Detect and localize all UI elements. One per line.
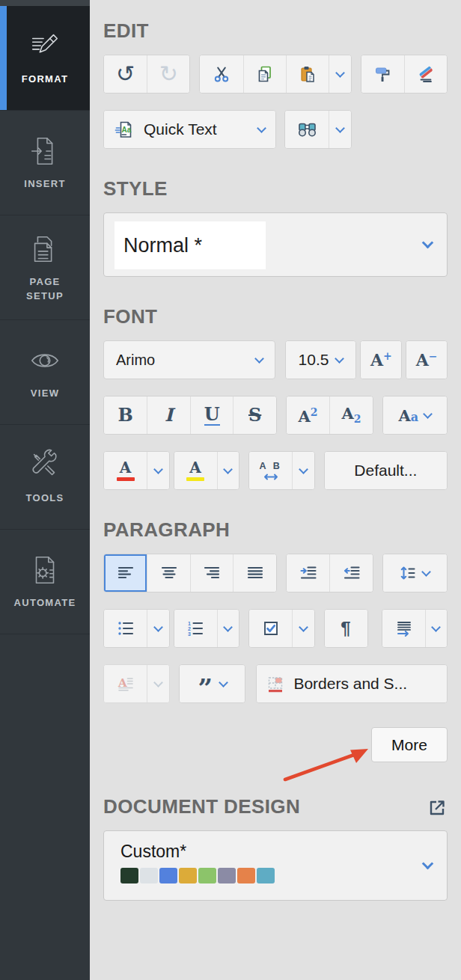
- chevron-down-icon: [219, 678, 228, 687]
- default-font-button[interactable]: Default...: [325, 452, 447, 489]
- theme-color-swatch: [120, 868, 138, 883]
- align-left-button[interactable]: [104, 554, 147, 592]
- text-direction-dropdown[interactable]: [425, 610, 448, 647]
- current-style-value: Normal *: [123, 234, 202, 257]
- bullet-list-dropdown[interactable]: [147, 610, 169, 647]
- tools-icon: [28, 448, 62, 483]
- more-button[interactable]: More: [371, 727, 448, 762]
- subscript-button[interactable]: A2: [329, 396, 372, 434]
- align-right-button[interactable]: [190, 554, 233, 592]
- redo-button[interactable]: ↻: [147, 55, 189, 93]
- chevron-down-icon: [299, 622, 308, 632]
- font-section-title: FONT: [103, 305, 448, 328]
- paragraph-section-title: PARAGRAPH: [103, 518, 448, 542]
- cut-button[interactable]: [200, 55, 242, 93]
- quick-text-button[interactable]: Aa Quick Text: [104, 111, 275, 148]
- undo-button[interactable]: ↺: [104, 55, 147, 93]
- find-options-dropdown[interactable]: [329, 111, 351, 148]
- theme-color-swatch: [237, 868, 255, 883]
- font-family-select[interactable]: Arimo: [103, 340, 275, 379]
- highlight-color-dropdown[interactable]: [217, 452, 239, 489]
- highlight-color-button[interactable]: A: [174, 452, 217, 489]
- document-design-header: DOCUMENT DESIGN: [103, 795, 448, 818]
- chevron-down-icon: [335, 123, 345, 133]
- external-link-icon: [427, 797, 448, 818]
- font-family-value: Arimo: [116, 352, 155, 369]
- svg-text:1: 1: [188, 621, 191, 626]
- sidebar-item-page-setup[interactable]: PAGE SETUP: [0, 215, 90, 320]
- font-color-dropdown[interactable]: [147, 452, 169, 489]
- clear-format-button[interactable]: [404, 55, 447, 93]
- sidebar-item-format[interactable]: FORMAT: [0, 6, 90, 111]
- chevron-down-icon: [257, 123, 266, 133]
- checklist-dropdown[interactable]: [292, 610, 314, 647]
- quick-text-icon: Aa: [115, 120, 135, 140]
- drop-cap-dropdown[interactable]: [147, 665, 169, 702]
- sidebar-top-strip: [0, 0, 90, 6]
- paragraph-style-select[interactable]: Normal *: [103, 212, 448, 277]
- text-direction-button[interactable]: [382, 610, 425, 647]
- find-replace-button[interactable]: [285, 111, 329, 148]
- bold-button[interactable]: B: [104, 396, 147, 434]
- justify-button[interactable]: [233, 554, 275, 592]
- change-case-button[interactable]: Aa: [383, 396, 447, 434]
- document-design-title: DOCUMENT DESIGN: [103, 795, 300, 818]
- line-spacing-button[interactable]: [383, 554, 447, 592]
- sidebar-item-insert[interactable]: INSERT: [0, 111, 90, 215]
- drop-cap-button[interactable]: A: [104, 665, 147, 702]
- copy-icon: [256, 65, 274, 83]
- italic-button[interactable]: I: [147, 396, 189, 434]
- increase-indent-button[interactable]: [287, 554, 329, 592]
- numbered-list-dropdown[interactable]: [217, 610, 239, 647]
- numbered-list-icon: 1 2 3: [186, 619, 204, 637]
- decrease-font-size-button[interactable]: A−: [406, 341, 447, 379]
- sidebar-item-label: TOOLS: [25, 491, 64, 506]
- align-center-button[interactable]: [147, 554, 189, 592]
- paste-button[interactable]: [286, 55, 329, 93]
- checklist-button[interactable]: [249, 610, 292, 647]
- sidebar-item-automate[interactable]: AUTOMATE: [0, 530, 90, 634]
- font-size-select[interactable]: 10.5: [286, 341, 356, 379]
- text-direction-icon: [394, 619, 412, 637]
- sidebar: FORMAT INSERT PAGE SETUP: [0, 0, 90, 980]
- chevron-down-icon: [254, 354, 264, 364]
- underline-button[interactable]: U: [190, 396, 233, 434]
- decrease-indent-button[interactable]: [329, 554, 372, 592]
- sidebar-item-view[interactable]: VIEW: [0, 320, 90, 425]
- open-document-design-button[interactable]: [427, 797, 448, 818]
- sidebar-item-label: AUTOMATE: [14, 596, 76, 610]
- chevron-down-icon: [335, 354, 345, 364]
- align-right-icon: [203, 564, 221, 582]
- superscript-button[interactable]: A2: [287, 396, 329, 434]
- sidebar-item-tools[interactable]: TOOLS: [0, 425, 90, 530]
- strikethrough-button[interactable]: S: [233, 396, 275, 434]
- style-section-title: STYLE: [103, 177, 448, 200]
- font-color-button[interactable]: A: [104, 452, 147, 489]
- borders-and-shading-button[interactable]: Borders and S...: [257, 665, 447, 702]
- horizontal-double-arrow-icon: [263, 474, 279, 480]
- insert-document-icon: [28, 134, 62, 168]
- paste-options-dropdown[interactable]: [329, 55, 351, 93]
- edit-toolbar-row-2: Aa Quick Text: [103, 110, 448, 149]
- letter-spacing-button[interactable]: A B: [249, 452, 292, 489]
- chevron-down-icon: [153, 678, 163, 687]
- font-size-value: 10.5: [299, 351, 329, 369]
- checkbox-icon: [262, 619, 280, 637]
- format-painter-button[interactable]: [361, 55, 404, 93]
- increase-font-size-button[interactable]: A+: [361, 341, 401, 379]
- font-row-1: Arimo 10.5 A+ A−: [103, 340, 448, 379]
- letter-spacing-dropdown[interactable]: [292, 452, 314, 489]
- bullet-list-icon: [117, 619, 135, 637]
- show-formatting-marks-button[interactable]: ¶: [325, 610, 367, 647]
- copy-button[interactable]: [243, 55, 286, 93]
- numbered-list-button[interactable]: 1 2 3: [174, 610, 217, 647]
- bullet-list-button[interactable]: [104, 610, 147, 647]
- quote-icon: ”: [198, 684, 213, 694]
- edit-toolbar-row-1: ↺ ↻: [103, 55, 448, 94]
- chevron-down-icon: [299, 465, 308, 474]
- binoculars-icon: [297, 120, 317, 139]
- style-preview: Normal *: [115, 221, 266, 269]
- paint-roller-icon: [373, 65, 391, 83]
- block-quote-button[interactable]: ”: [180, 665, 245, 702]
- document-design-select[interactable]: Custom*: [103, 830, 448, 901]
